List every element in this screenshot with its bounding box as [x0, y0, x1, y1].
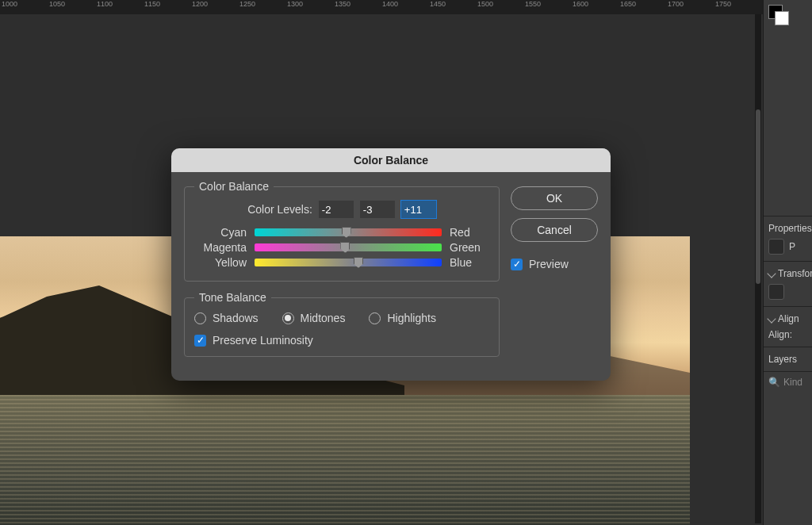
dialog-title: Color Balance — [354, 154, 428, 167]
ruler-tick: 1650 — [619, 0, 666, 8]
tone-highlights-radio[interactable]: Highlights — [369, 312, 435, 324]
ruler-tick: 1400 — [381, 0, 428, 8]
panel-transform-header[interactable]: Transform — [764, 261, 812, 306]
level-magenta-green-input[interactable] — [360, 201, 395, 218]
label-magenta: Magenta — [194, 241, 247, 254]
right-panel: Properties P Transform Align Align: Laye… — [763, 0, 812, 525]
level-yellow-blue-input[interactable] — [401, 201, 436, 218]
label-cyan: Cyan — [194, 226, 247, 239]
tone-balance-group: Tone Balance Shadows Midtones Highlights — [184, 291, 500, 357]
horizontal-ruler: 1000105011001150120012501300135014001450… — [0, 0, 763, 14]
panel-transform-label: Transform — [778, 268, 812, 279]
preview-label: Preview — [529, 258, 569, 270]
color-balance-legend: Color Balance — [194, 180, 274, 193]
panel-layers-header[interactable]: Layers — [764, 347, 812, 371]
slider-cyan-red[interactable] — [255, 228, 442, 236]
color-levels-label: Color Levels: — [247, 203, 312, 216]
ruler-tick: 1250 — [238, 0, 285, 8]
dialog-title-bar[interactable]: Color Balance — [171, 148, 611, 172]
slider-thumb-magenta-green[interactable] — [340, 242, 350, 253]
ruler-tick: 1200 — [190, 0, 238, 8]
link-icon[interactable] — [768, 284, 784, 300]
search-icon: 🔍 — [768, 377, 780, 388]
tone-balance-legend: Tone Balance — [194, 291, 271, 304]
ruler-tick: 1600 — [571, 0, 619, 8]
chevron-down-icon — [767, 269, 776, 278]
panel-align-label: Align — [778, 313, 799, 324]
ruler-tick: 1000 — [0, 0, 48, 8]
ruler-tick: 1150 — [143, 0, 190, 8]
radio-icon — [282, 312, 294, 324]
color-balance-group: Color Balance Color Levels: Cyan Red Mag… — [184, 180, 500, 282]
label-green: Green — [450, 241, 489, 254]
ruler-tick: 1550 — [523, 0, 571, 8]
cancel-button[interactable]: Cancel — [511, 218, 598, 242]
radio-icon — [369, 312, 381, 324]
preview-checkbox[interactable]: ✓ Preview — [511, 258, 598, 270]
slider-yellow-blue[interactable] — [255, 259, 442, 266]
tone-midtones-radio[interactable]: Midtones — [282, 312, 346, 324]
label-blue: Blue — [450, 256, 489, 269]
label-red: Red — [450, 226, 489, 239]
ruler-tick: 1450 — [428, 0, 476, 8]
layers-search[interactable]: 🔍 Kind — [764, 371, 812, 393]
ruler-tick: 1100 — [95, 0, 143, 8]
align-label: Align: — [768, 329, 792, 340]
panel-properties-header[interactable]: Properties P — [764, 216, 812, 261]
checkbox-checked-icon: ✓ — [194, 335, 206, 347]
layers-search-placeholder: Kind — [783, 377, 802, 388]
ruler-tick: 1350 — [333, 0, 381, 8]
preserve-luminosity-label: Preserve Luminosity — [213, 334, 313, 347]
chevron-down-icon — [767, 314, 776, 323]
panel-align-header[interactable]: Align Align: — [764, 306, 812, 347]
pixel-layer-icon — [768, 239, 784, 255]
radio-icon — [194, 312, 206, 324]
checkbox-checked-icon: ✓ — [511, 259, 523, 270]
ruler-tick: 1300 — [285, 0, 333, 8]
tone-midtones-label: Midtones — [301, 312, 346, 324]
tone-shadows-radio[interactable]: Shadows — [194, 312, 259, 324]
panel-properties-label: Properties — [768, 223, 812, 234]
color-swatches[interactable] — [768, 5, 789, 25]
preserve-luminosity-checkbox[interactable]: ✓ Preserve Luminosity — [194, 334, 489, 347]
slider-magenta-green[interactable] — [255, 243, 442, 251]
background-color-swatch[interactable] — [775, 11, 789, 25]
slider-thumb-cyan-red[interactable] — [342, 227, 351, 238]
slider-thumb-yellow-blue[interactable] — [354, 257, 363, 268]
panel-layers-label: Layers — [768, 354, 797, 365]
ruler-tick: 1500 — [476, 0, 523, 8]
pixel-layer-abbr: P — [789, 241, 795, 252]
ok-button[interactable]: OK — [511, 186, 598, 210]
ruler-tick: 1700 — [666, 0, 714, 8]
level-cyan-red-input[interactable] — [319, 201, 354, 218]
label-yellow: Yellow — [194, 256, 247, 269]
ruler-tick: 1050 — [48, 0, 95, 8]
image-sea — [0, 395, 690, 525]
tone-highlights-label: Highlights — [387, 312, 435, 324]
color-balance-dialog: Color Balance Color Balance Color Levels… — [171, 148, 611, 381]
vertical-scrollbar[interactable] — [755, 14, 761, 523]
tone-shadows-label: Shadows — [213, 312, 259, 324]
ruler-tick: 1750 — [714, 0, 761, 8]
